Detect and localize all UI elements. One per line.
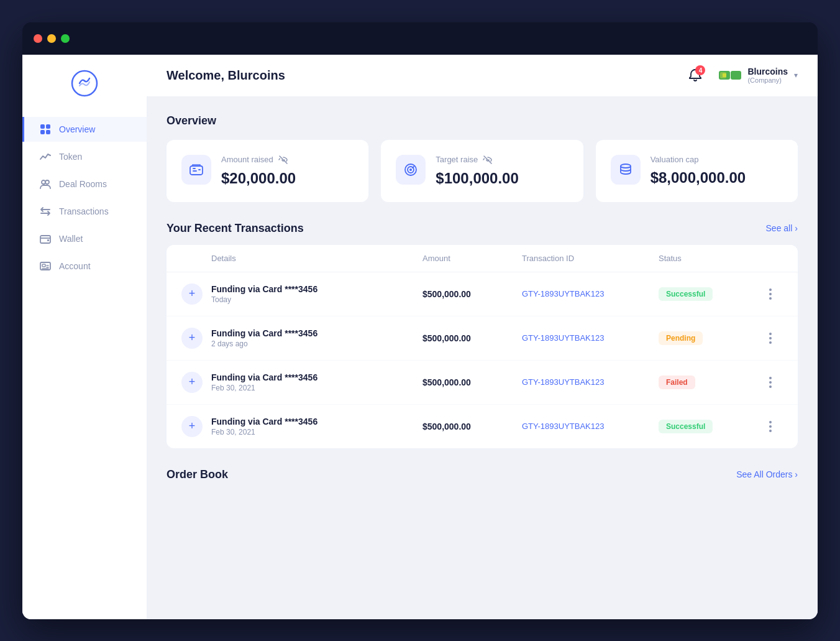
sidebar-label-overview: Overview bbox=[59, 124, 95, 134]
sidebar-label-transactions: Transactions bbox=[59, 206, 109, 216]
user-name: Blurcoins bbox=[747, 67, 788, 76]
svg-rect-14 bbox=[731, 71, 741, 80]
tx-icon-3: + bbox=[181, 372, 203, 393]
tx-details-1: Funding via Card ****3456 Today bbox=[211, 284, 422, 304]
welcome-text: Welcome, Blurcoins bbox=[167, 68, 285, 83]
tx-more-button-3[interactable] bbox=[758, 374, 783, 390]
sidebar-item-overview[interactable]: Overview bbox=[22, 117, 147, 142]
see-all-orders-button[interactable]: See All Orders › bbox=[736, 469, 798, 479]
amount-raised-icon-wrap bbox=[181, 155, 211, 185]
token-icon bbox=[39, 150, 52, 163]
see-all-button[interactable]: See all › bbox=[766, 223, 798, 233]
close-button[interactable] bbox=[34, 34, 42, 43]
card-amount-raised-value: $20,000.00 bbox=[221, 170, 354, 187]
sidebar-label-account: Account bbox=[59, 261, 91, 271]
transactions-section: Your Recent Transactions See all › Detai… bbox=[167, 222, 798, 448]
card-amount-raised-content: Amount raised $20,000.00 bbox=[221, 155, 354, 187]
nav-menu: Overview Token bbox=[22, 117, 147, 279]
user-avatar-icon bbox=[719, 69, 741, 81]
card-target-raise: Target raise $100,000.00 bbox=[381, 140, 583, 202]
card-target-raise-content: Target raise $100,000.00 bbox=[436, 155, 568, 187]
table-row: + Funding via Card ****3456 Feb 30, 2021… bbox=[167, 405, 798, 448]
main-content: Welcome, Blurcoins 4 bbox=[147, 55, 818, 619]
valuation-cap-icon-wrap bbox=[611, 155, 641, 185]
tx-name-4: Funding via Card ****3456 bbox=[211, 417, 422, 427]
col-header-amount: Amount bbox=[422, 254, 522, 263]
app-body: Overview Token bbox=[22, 55, 818, 619]
minimize-button[interactable] bbox=[47, 34, 56, 43]
tx-status-3: Failed bbox=[659, 376, 758, 389]
tx-status-1: Successful bbox=[659, 287, 758, 301]
tx-id-2: GTY-1893UYTBAK123 bbox=[522, 333, 659, 343]
svg-point-6 bbox=[45, 180, 49, 184]
col-header-tx-id: Transaction ID bbox=[522, 254, 659, 263]
svg-point-18 bbox=[409, 168, 412, 171]
tx-more-button-4[interactable] bbox=[758, 418, 783, 435]
card-valuation-cap: Valuation cap $8,000,000.00 bbox=[596, 140, 798, 202]
status-badge-4: Successful bbox=[659, 420, 713, 433]
svg-rect-4 bbox=[46, 130, 50, 134]
overview-section: Overview bbox=[167, 114, 798, 202]
sidebar-item-account[interactable]: Account bbox=[22, 254, 147, 279]
overview-cards: Amount raised $20,000.00 bbox=[167, 140, 798, 202]
account-icon bbox=[39, 260, 52, 272]
card-amount-raised: Amount raised $20,000.00 bbox=[167, 140, 368, 202]
tx-more-button-1[interactable] bbox=[758, 286, 783, 302]
tx-id-3: GTY-1893UYTBAK123 bbox=[522, 377, 659, 387]
svg-point-19 bbox=[621, 164, 631, 168]
notification-button[interactable]: 4 bbox=[684, 64, 706, 86]
traffic-lights bbox=[34, 34, 70, 43]
svg-rect-2 bbox=[46, 124, 50, 129]
tx-name-3: Funding via Card ****3456 bbox=[211, 372, 422, 382]
titlebar bbox=[22, 22, 818, 55]
table-header-row: Details Amount Transaction ID Status bbox=[167, 245, 798, 272]
wallet-icon bbox=[39, 233, 52, 245]
order-book-title: Order Book bbox=[167, 468, 228, 481]
overview-icon bbox=[39, 123, 52, 136]
tx-details-2: Funding via Card ****3456 2 days ago bbox=[211, 328, 422, 348]
card-valuation-cap-label: Valuation cap bbox=[651, 155, 783, 164]
overview-title: Overview bbox=[167, 114, 798, 127]
maximize-button[interactable] bbox=[61, 34, 70, 43]
visibility-off-icon bbox=[278, 155, 288, 165]
status-badge-1: Successful bbox=[659, 287, 713, 301]
svg-rect-8 bbox=[47, 239, 49, 241]
svg-rect-10 bbox=[42, 264, 45, 267]
tx-date-1: Today bbox=[211, 295, 422, 304]
sidebar-item-wallet[interactable]: Wallet bbox=[22, 226, 147, 251]
user-info: Blurcoins (Company) bbox=[747, 67, 788, 84]
sidebar-label-deal-rooms: Deal Rooms bbox=[59, 179, 107, 189]
table-row: + Funding via Card ****3456 Today $500,0… bbox=[167, 272, 798, 316]
card-valuation-cap-value: $8,000,000.00 bbox=[651, 169, 783, 187]
header: Welcome, Blurcoins 4 bbox=[147, 55, 818, 97]
target-raise-icon-wrap bbox=[396, 155, 426, 185]
svg-rect-1 bbox=[40, 124, 45, 129]
sidebar-item-transactions[interactable]: Transactions bbox=[22, 199, 147, 224]
content-area: Overview bbox=[147, 97, 818, 619]
transactions-icon bbox=[39, 205, 52, 218]
tx-id-4: GTY-1893UYTBAK123 bbox=[522, 422, 659, 431]
tx-more-button-2[interactable] bbox=[758, 330, 783, 346]
svg-rect-15 bbox=[190, 166, 203, 175]
table-row: + Funding via Card ****3456 2 days ago $… bbox=[167, 316, 798, 361]
sidebar-item-token[interactable]: Token bbox=[22, 144, 147, 169]
visibility-off-icon-2 bbox=[483, 155, 493, 165]
user-profile[interactable]: Blurcoins (Company) ▾ bbox=[719, 67, 798, 84]
tx-icon-1: + bbox=[181, 284, 203, 305]
card-valuation-cap-content: Valuation cap $8,000,000.00 bbox=[651, 155, 783, 187]
svg-point-0 bbox=[72, 71, 97, 96]
chevron-down-icon: ▾ bbox=[794, 71, 798, 80]
tx-icon-2: + bbox=[181, 328, 203, 349]
svg-rect-7 bbox=[40, 236, 50, 243]
tx-icon-4: + bbox=[181, 416, 203, 437]
sidebar: Overview Token bbox=[22, 55, 147, 619]
status-badge-3: Failed bbox=[659, 376, 695, 389]
tx-amount-3: $500,000.00 bbox=[422, 377, 522, 387]
card-amount-raised-label: Amount raised bbox=[221, 155, 354, 165]
tx-status-2: Pending bbox=[659, 331, 758, 345]
app-window: Overview Token bbox=[22, 22, 818, 619]
sidebar-item-deal-rooms[interactable]: Deal Rooms bbox=[22, 172, 147, 196]
tx-status-4: Successful bbox=[659, 420, 758, 433]
transactions-header: Your Recent Transactions See all › bbox=[167, 222, 798, 235]
tx-amount-2: $500,000.00 bbox=[422, 333, 522, 343]
